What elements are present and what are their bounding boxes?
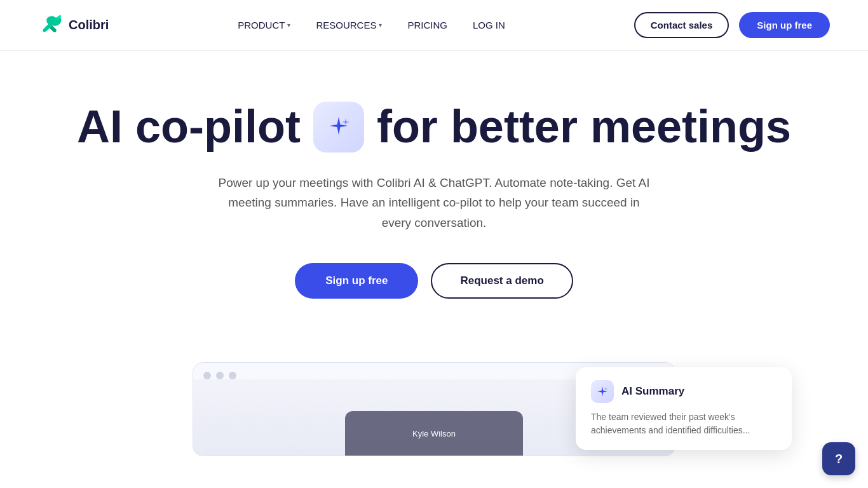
nav-product-link[interactable]: PRODUCT ▾: [238, 20, 290, 30]
navbar: Colibri PRODUCT ▾ RESOURCES ▾ PRICING LO…: [0, 0, 868, 51]
chevron-down-icon: ▾: [287, 22, 290, 29]
avatar-name: Kyle Wilson: [412, 429, 456, 438]
ai-summary-text: The team reviewed their past week's achi…: [591, 410, 776, 437]
contact-sales-button[interactable]: Contact sales: [634, 12, 729, 38]
logo-link[interactable]: Colibri: [38, 13, 109, 38]
nav-item-login[interactable]: LOG IN: [473, 20, 505, 30]
chevron-down-icon: ▾: [379, 22, 382, 29]
preview-section: Kyle Wilson AI Summary The team reviewed…: [0, 337, 868, 456]
hero-buttons: Sign up free Request a demo: [295, 263, 573, 299]
ai-summary-icon: [591, 380, 614, 403]
nav-item-resources[interactable]: RESOURCES ▾: [316, 20, 382, 30]
logo-icon: [38, 13, 64, 38]
nav-actions: Contact sales Sign up free: [634, 12, 830, 38]
window-dot-1: [203, 372, 211, 379]
ai-sparkle-badge: [313, 102, 364, 152]
nav-resources-link[interactable]: RESOURCES ▾: [316, 20, 382, 30]
hero-subtitle: Power up your meetings with Colibri AI &…: [218, 173, 650, 233]
ai-summary-title: AI Summary: [621, 385, 684, 398]
brand-name: Colibri: [69, 18, 109, 32]
ai-summary-header: AI Summary: [591, 380, 776, 403]
sparkle-small-icon: [596, 385, 609, 398]
window-dot-3: [229, 372, 236, 379]
nav-pricing-link[interactable]: PRICING: [407, 20, 447, 30]
help-button[interactable]: ?: [822, 442, 855, 475]
help-icon: ?: [835, 452, 843, 466]
nav-links: PRODUCT ▾ RESOURCES ▾ PRICING LOG IN: [238, 20, 505, 30]
ai-summary-card: AI Summary The team reviewed their past …: [576, 367, 792, 450]
hero-demo-button[interactable]: Request a demo: [431, 263, 573, 299]
window-dot-2: [216, 372, 224, 379]
hero-title: AI co-pilot for better meetings: [77, 102, 791, 152]
hero-signup-button[interactable]: Sign up free: [295, 263, 418, 299]
sparkle-icon: [325, 113, 353, 141]
nav-item-product[interactable]: PRODUCT ▾: [238, 20, 290, 30]
nav-item-pricing[interactable]: PRICING: [407, 20, 447, 30]
hero-section: AI co-pilot for better meetings Power up…: [0, 51, 868, 337]
nav-login-link[interactable]: LOG IN: [473, 20, 505, 30]
avatar-strip: Kyle Wilson: [345, 411, 523, 456]
nav-signup-button[interactable]: Sign up free: [739, 12, 830, 38]
